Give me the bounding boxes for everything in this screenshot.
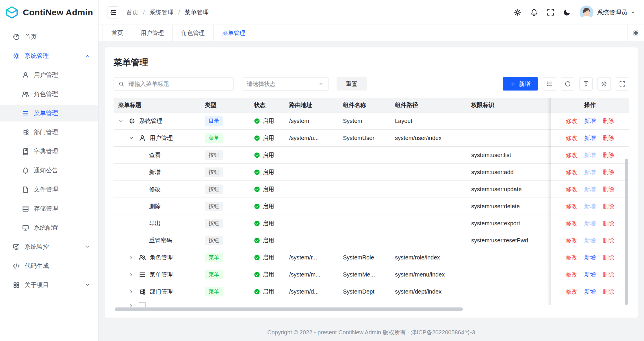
- delete-link[interactable]: 删除: [603, 237, 614, 244]
- sidebar-item-1[interactable]: 系统管理: [0, 47, 98, 64]
- add-link[interactable]: 新增: [584, 237, 596, 244]
- table-row[interactable]: 用户管理菜单启用/system/u...SystemUsersystem/use…: [114, 130, 629, 147]
- delete-link[interactable]: 删除: [603, 151, 614, 159]
- edit-link[interactable]: 修改: [566, 117, 577, 125]
- table-row[interactable]: 菜单管理菜单启用/system/m...SystemMe...system/me…: [114, 266, 629, 283]
- gear-button[interactable]: [597, 77, 611, 91]
- row-height-button[interactable]: [579, 77, 593, 91]
- vertical-scrollbar[interactable]: [625, 159, 628, 305]
- menu-title: 角色管理: [150, 254, 173, 261]
- breadcrumb-item[interactable]: 系统管理: [149, 8, 174, 16]
- delete-link[interactable]: 删除: [603, 288, 614, 296]
- logo[interactable]: ContiNew Admin: [0, 0, 98, 25]
- delete-link[interactable]: 删除: [603, 202, 614, 210]
- table-row[interactable]: 修改按钮启用system:user:update修改新增删除: [114, 181, 629, 198]
- table-row[interactable]: 新增按钮启用system:user:add修改新增删除: [114, 164, 629, 181]
- breadcrumb-item[interactable]: 首页: [126, 8, 138, 16]
- list-button[interactable]: [543, 77, 556, 91]
- tab-2[interactable]: 角色管理: [173, 25, 214, 41]
- add-link[interactable]: 新增: [584, 254, 596, 261]
- edit-link[interactable]: 修改: [566, 220, 577, 227]
- bell-icon[interactable]: [530, 8, 538, 16]
- component-name-cell: [338, 215, 390, 232]
- delete-link[interactable]: 删除: [603, 134, 614, 142]
- sidebar-item-6[interactable]: 字典管理: [0, 143, 98, 160]
- column-header: 组件名称: [338, 98, 390, 112]
- table-row[interactable]: 查看按钮启用system:user:list修改新增删除: [114, 147, 629, 164]
- table-row[interactable]: 重置密码按钮启用system:user:resetPwd修改新增删除: [114, 232, 629, 249]
- sidebar-item-2[interactable]: 用户管理: [0, 67, 98, 83]
- delete-link[interactable]: 删除: [603, 254, 614, 261]
- edit-link[interactable]: 修改: [566, 237, 577, 244]
- status-select[interactable]: 请选择状态: [242, 77, 329, 91]
- component-path-cell: [390, 147, 467, 163]
- sidebar-item-8[interactable]: 文件管理: [0, 181, 98, 198]
- bell-icon: [22, 167, 29, 174]
- expand-right-icon[interactable]: [129, 255, 134, 260]
- add-link[interactable]: 新增: [584, 117, 596, 125]
- moon-icon[interactable]: [563, 8, 571, 16]
- sidebar-item-12[interactable]: 代码生成: [0, 257, 98, 274]
- delete-link[interactable]: 删除: [603, 271, 614, 279]
- add-link[interactable]: 新增: [584, 168, 596, 176]
- edit-link[interactable]: 修改: [566, 185, 577, 193]
- edit-link[interactable]: 修改: [566, 254, 577, 261]
- expand-right-icon[interactable]: [129, 289, 134, 294]
- user-menu[interactable]: 系统管理员: [580, 5, 635, 19]
- edit-link[interactable]: 修改: [566, 151, 577, 159]
- sidebar-item-5[interactable]: 部门管理: [0, 124, 98, 141]
- tab-0[interactable]: 首页: [103, 25, 132, 41]
- expand-right-icon[interactable]: [129, 303, 134, 307]
- sidebar-item-11[interactable]: 系统监控: [0, 238, 98, 255]
- column-header: 类型: [200, 98, 249, 112]
- permission-cell: system:user:list: [467, 147, 551, 163]
- fullscreen-button[interactable]: [616, 77, 629, 91]
- search-input[interactable]: [128, 80, 229, 88]
- edit-link[interactable]: 修改: [566, 202, 577, 210]
- sidebar-item-0[interactable]: 首页: [0, 28, 98, 45]
- table-row[interactable]: 部门管理菜单启用/system/d...SystemDeptsystem/dep…: [114, 283, 629, 300]
- sidebar-item-4[interactable]: 菜单管理: [0, 105, 98, 121]
- sidebar-item-3[interactable]: 角色管理: [0, 86, 98, 102]
- gear-icon[interactable]: [514, 8, 521, 16]
- avatar[interactable]: [580, 5, 593, 19]
- add-link[interactable]: 新增: [584, 134, 596, 142]
- sidebar-item-9[interactable]: 存储管理: [0, 200, 98, 217]
- add-link[interactable]: 新增: [584, 185, 596, 193]
- edit-link[interactable]: 修改: [566, 168, 577, 176]
- table-row[interactable]: 删除按钮启用system:user:delete修改新增删除: [114, 198, 629, 215]
- delete-link[interactable]: 删除: [603, 117, 614, 125]
- add-link[interactable]: 新增: [584, 151, 596, 159]
- type-cell: 菜单: [200, 283, 249, 300]
- add-button[interactable]: 新增: [503, 77, 538, 91]
- tab-1[interactable]: 用户管理: [132, 25, 173, 41]
- reset-button[interactable]: 重置: [337, 77, 367, 91]
- table-row[interactable]: 系统管理目录启用/systemSystemLayout修改新增删除: [114, 113, 629, 130]
- sidebar-item-10[interactable]: 系统配置: [0, 219, 98, 236]
- expand-placeholder: [139, 187, 144, 192]
- add-link[interactable]: 新增: [584, 271, 596, 279]
- expand-down-icon[interactable]: [129, 135, 134, 141]
- tab-3[interactable]: 菜单管理: [214, 25, 254, 41]
- add-link[interactable]: 新增: [584, 288, 596, 296]
- sidebar-item-7[interactable]: 通知公告: [0, 162, 98, 179]
- expand-down-icon[interactable]: [118, 118, 124, 124]
- edit-link[interactable]: 修改: [566, 134, 577, 142]
- delete-link[interactable]: 删除: [603, 185, 614, 193]
- delete-link[interactable]: 删除: [603, 168, 614, 176]
- tab-actions-button[interactable]: [628, 25, 644, 41]
- delete-link[interactable]: 删除: [603, 220, 614, 227]
- breadcrumb-item[interactable]: 菜单管理: [185, 8, 209, 16]
- refresh-button[interactable]: [561, 77, 574, 91]
- expand-right-icon[interactable]: [129, 272, 134, 277]
- sidebar-item-13[interactable]: 关于项目: [0, 277, 98, 293]
- add-link[interactable]: 新增: [584, 202, 596, 210]
- edit-link[interactable]: 修改: [566, 271, 577, 279]
- fullscreen-icon[interactable]: [547, 8, 554, 16]
- table-row[interactable]: 角色管理菜单启用/system/r...SystemRolesystem/rol…: [114, 249, 629, 266]
- menu-collapse-button[interactable]: [107, 6, 119, 19]
- table-row[interactable]: 导出按钮启用system:user:export修改新增删除: [114, 215, 629, 232]
- edit-link[interactable]: 修改: [566, 288, 577, 296]
- add-link[interactable]: 新增: [584, 220, 596, 227]
- horizontal-scrollbar[interactable]: [115, 307, 463, 311]
